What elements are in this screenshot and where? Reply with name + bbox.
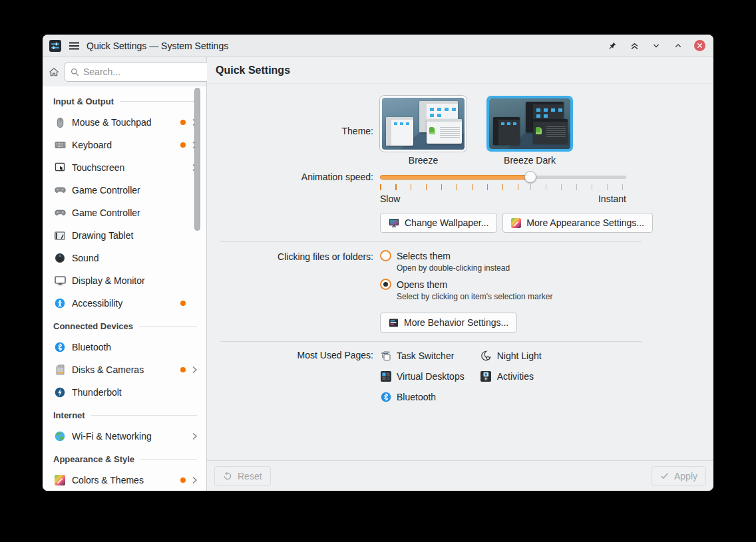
keep-above-icon (630, 41, 640, 51)
sidebar-item-game-controller-2[interactable]: Game Controller (43, 202, 206, 224)
globe-icon (54, 430, 66, 442)
touchscreen-icon (54, 162, 66, 174)
pin-icon (608, 41, 617, 51)
breeze-dark-theme-thumbnail (489, 98, 570, 149)
modified-dot (180, 142, 186, 148)
section-separator (220, 241, 642, 242)
page-content: Theme: (207, 84, 713, 460)
slider-max-label: Instant (598, 194, 626, 204)
close-icon (697, 43, 703, 49)
sidebar-item-bluetooth[interactable]: Bluetooth (43, 336, 206, 358)
gamepad-icon (54, 184, 66, 196)
page-link-bluetooth[interactable]: Bluetooth (380, 391, 465, 402)
sidebar-item-wifi-networking[interactable]: Wi-Fi & Networking (43, 425, 206, 448)
search-box[interactable] (65, 62, 210, 82)
undo-icon (223, 472, 232, 481)
bluetooth-icon (380, 391, 391, 402)
radio-unchecked-icon (380, 250, 391, 261)
sidebar-item-keyboard[interactable]: Keyboard (43, 134, 206, 156)
sidebar-scrollbar[interactable] (194, 88, 200, 231)
search-input[interactable] (83, 67, 204, 77)
theme-option-breeze[interactable]: Breeze (380, 96, 467, 166)
page-link-activities[interactable]: Activities (480, 370, 542, 382)
accessibility-icon (54, 297, 66, 309)
chevron-right-icon (191, 432, 198, 440)
sidebar-item-accessibility[interactable]: Accessibility (43, 292, 206, 315)
window-menu-hamburger-icon[interactable] (68, 40, 80, 52)
roll-down-button[interactable] (650, 40, 662, 52)
sidebar-item-touchscreen[interactable]: Touchscreen (43, 156, 206, 179)
animation-speed-label: Animation speed: (214, 170, 380, 182)
app-icon (49, 40, 61, 52)
system-settings-window: Quick Settings — System Settings (43, 35, 713, 491)
radio-selects-them-description: Open by double-clicking instead (397, 263, 552, 273)
section-separator (220, 341, 642, 342)
slider-ticks (380, 184, 626, 190)
thunderbolt-icon (54, 386, 66, 398)
theme-label: Theme: (214, 126, 380, 136)
theme-option-breeze-dark[interactable]: Breeze Dark (486, 96, 573, 166)
modified-dot (180, 477, 186, 483)
wallpaper-icon (389, 218, 399, 228)
night-light-icon (480, 350, 492, 361)
sidebar-section-appearance-style: Appearance & Style (43, 448, 206, 469)
home-button[interactable] (48, 62, 60, 82)
sidebar-item-thunderbolt[interactable]: Thunderbolt (43, 381, 206, 404)
sidebar-item-mouse-touchpad[interactable]: Mouse & Touchpad (43, 111, 206, 134)
sidebar-item-display-monitor[interactable]: Display & Monitor (43, 269, 206, 292)
page-link-night-light[interactable]: Night Light (480, 350, 542, 361)
keep-above-button[interactable] (628, 40, 640, 52)
main-pane: Quick Settings Theme: (207, 57, 713, 491)
animation-speed-slider[interactable] (380, 170, 626, 184)
sidebar-item-game-controller-1[interactable]: Game Controller (43, 179, 206, 202)
more-behavior-settings-button[interactable]: More Behavior Settings... (380, 313, 517, 333)
page-link-virtual-desktops[interactable]: Virtual Desktops (380, 370, 465, 382)
page-title: Quick Settings (216, 65, 290, 76)
colors-icon (54, 474, 66, 486)
sidebar-item-disks-cameras[interactable]: Disks & Cameras (43, 358, 206, 381)
footer-bar: Reset Apply (207, 460, 713, 491)
modified-dot (180, 367, 186, 372)
drawing-tablet-icon (54, 229, 66, 241)
radio-checked-icon (380, 279, 391, 290)
page-link-task-switcher[interactable]: Task Switcher (380, 350, 465, 361)
more-appearance-settings-button[interactable]: More Appearance Settings... (502, 213, 653, 233)
radio-opens-them-description: Select by clicking on item's selection m… (397, 292, 552, 301)
disks-icon (54, 364, 66, 376)
mouse-icon (54, 116, 66, 128)
activities-icon (480, 370, 492, 382)
reset-button[interactable]: Reset (214, 466, 271, 486)
apply-button[interactable]: Apply (652, 466, 706, 486)
appearance-icon (511, 218, 521, 228)
radio-opens-them[interactable]: Opens them (380, 279, 552, 290)
change-wallpaper-button[interactable]: Change Wallpaper... (380, 213, 497, 233)
gamepad-icon (54, 207, 66, 219)
chevron-right-icon (191, 476, 198, 484)
radio-selects-them[interactable]: Selects them (380, 250, 552, 261)
slider-fill (380, 175, 530, 180)
virtual-desktops-icon (380, 370, 391, 382)
sidebar-category-list: Input & Output Mouse & Touchpad Keyboard… (43, 86, 206, 491)
home-icon (48, 66, 60, 78)
slider-handle[interactable] (524, 171, 536, 183)
sidebar-item-drawing-tablet[interactable]: Drawing Tablet (43, 224, 206, 247)
check-icon (660, 472, 669, 480)
sidebar-item-colors-themes[interactable]: Colors & Themes (43, 469, 206, 491)
chevron-right-icon (191, 366, 198, 374)
sidebar-item-sound[interactable]: Sound (43, 247, 206, 269)
roll-up-button[interactable] (672, 40, 684, 52)
breeze-theme-thumbnail (382, 98, 465, 150)
display-icon (54, 275, 66, 287)
search-icon (71, 68, 79, 76)
close-button[interactable] (694, 40, 705, 51)
modified-dot (180, 120, 186, 125)
bluetooth-icon (54, 341, 66, 353)
keyboard-icon (54, 139, 66, 151)
sidebar-toolbar (43, 57, 206, 86)
window-title: Quick Settings — System Settings (87, 41, 228, 51)
chevron-up-icon (673, 41, 683, 50)
pin-button[interactable] (606, 40, 618, 52)
sidebar-section-connected-devices: Connected Devices (43, 315, 206, 336)
theme-caption-breeze: Breeze (409, 155, 438, 166)
chevron-down-icon (652, 41, 661, 50)
